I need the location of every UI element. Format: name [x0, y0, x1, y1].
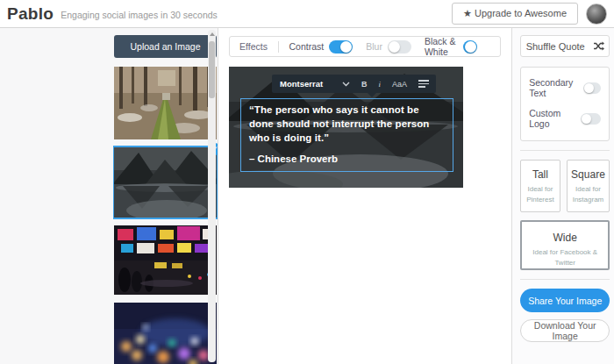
- size-tall-label: Tall: [521, 168, 560, 181]
- font-name: Montserrat: [280, 79, 323, 89]
- blur-label: Blur: [366, 41, 382, 52]
- quote-text: “The person who says it cannot be done s…: [249, 103, 445, 146]
- custom-logo-toggle[interactable]: [581, 113, 601, 125]
- download-image-button[interactable]: Download Your Image: [520, 319, 610, 342]
- upload-image-button[interactable]: Upload an Image: [114, 35, 217, 58]
- secondary-text-toggle[interactable]: [583, 82, 601, 94]
- app-tagline: Engaging social images in 30 seconds: [61, 10, 218, 20]
- user-avatar[interactable]: [586, 4, 607, 25]
- font-size-button[interactable]: AaA: [392, 80, 407, 89]
- image-library-panel: Upload an Image: [0, 28, 218, 364]
- toggle-knob: [340, 41, 352, 53]
- size-tall-sub: Ideal for Pinterest: [521, 184, 560, 205]
- black-white-toggle[interactable]: [463, 40, 477, 54]
- custom-logo-label: Custom Logo: [529, 108, 581, 129]
- thumbnail-list: Upload an Image: [113, 28, 218, 364]
- text-toolbar: Montserrat B i AaA: [272, 75, 436, 93]
- library-empty-area: [0, 28, 113, 364]
- text-options-card: Secondary Text Custom Logo: [520, 67, 610, 141]
- bold-button[interactable]: B: [361, 80, 368, 89]
- thumbnail-mountain-lake[interactable]: ✓: [114, 147, 217, 218]
- app-logo: Pablo: [7, 4, 54, 24]
- blur-toggle[interactable]: [388, 40, 411, 54]
- toggle-knob: [389, 41, 400, 53]
- main-layout: Upload an Image: [0, 28, 614, 364]
- sidebar-divider: [520, 279, 610, 280]
- city-night-image: [114, 225, 217, 295]
- italic-button[interactable]: i: [379, 80, 382, 89]
- sidebar-divider: [520, 150, 610, 151]
- mountain-lake-image: [114, 147, 217, 218]
- scrollbar-up-arrow-icon[interactable]: [210, 32, 215, 36]
- blur-toggle-group: Blur: [366, 40, 411, 54]
- secondary-text-label: Secondary Text: [529, 77, 583, 98]
- upgrade-button[interactable]: ★ Upgrade to Awesome: [452, 3, 578, 25]
- size-square-sub: Ideal for Instagram: [568, 184, 610, 205]
- black-white-label: Black & White: [425, 36, 458, 57]
- effects-label: Effects: [239, 41, 268, 52]
- font-family-select[interactable]: Montserrat: [280, 79, 350, 89]
- forest-path-image: [114, 67, 217, 139]
- library-scrollbar[interactable]: [208, 30, 216, 362]
- custom-logo-row: Custom Logo: [529, 108, 601, 129]
- size-wide-label: Wide: [522, 232, 608, 244]
- thumbnail-forest-path[interactable]: [114, 67, 217, 139]
- size-card-square[interactable]: Square Ideal for Instagram: [567, 160, 610, 212]
- text-align-button[interactable]: [418, 80, 429, 88]
- options-sidebar: Shuffle Quote Secondary Text Custom Logo…: [512, 28, 614, 364]
- size-wide-sub: Ideal for Facebook & Twitter: [522, 247, 608, 268]
- bokeh-lights-image: [114, 303, 217, 364]
- toggle-knob: [465, 41, 476, 53]
- contrast-toggle[interactable]: [329, 40, 353, 54]
- chevron-down-icon: [342, 82, 350, 87]
- app-header: Pablo Engaging social images in 30 secon…: [0, 0, 614, 28]
- contrast-label: Contrast: [289, 41, 325, 52]
- image-canvas[interactable]: Montserrat B i AaA “The person who says …: [229, 67, 463, 188]
- size-square-label: Square: [568, 168, 610, 181]
- size-card-wide-selected[interactable]: Wide Ideal for Facebook & Twitter: [520, 220, 610, 270]
- thumbnail-bokeh-lights[interactable]: [114, 303, 217, 364]
- shuffle-quote-button[interactable]: Shuffle Quote: [520, 35, 610, 57]
- black-white-toggle-group: Black & White: [425, 36, 477, 57]
- secondary-text-row: Secondary Text: [529, 77, 601, 98]
- toggle-knob: [582, 114, 591, 124]
- shuffle-icon: [593, 41, 604, 51]
- size-card-tall[interactable]: Tall Ideal for Pinterest: [520, 160, 560, 212]
- contrast-toggle-group: Contrast: [289, 40, 353, 54]
- shuffle-quote-label: Shuffle Quote: [526, 41, 585, 52]
- toggle-knob: [584, 83, 594, 93]
- quote-attribution: – Chinese Proverb: [249, 153, 445, 164]
- canvas-size-options: Tall Ideal for Pinterest Square Ideal fo…: [520, 160, 610, 212]
- effects-divider: [278, 41, 279, 53]
- quote-textbox[interactable]: “The person who says it cannot be done s…: [240, 98, 453, 172]
- editor-panel: Effects Contrast Blur Black & White: [218, 28, 512, 364]
- share-image-button[interactable]: Share Your Image: [520, 289, 610, 312]
- scrollbar-thumb[interactable]: [209, 41, 215, 98]
- effects-bar: Effects Contrast Blur Black & White: [229, 36, 501, 57]
- thumbnail-city-night[interactable]: [114, 225, 217, 295]
